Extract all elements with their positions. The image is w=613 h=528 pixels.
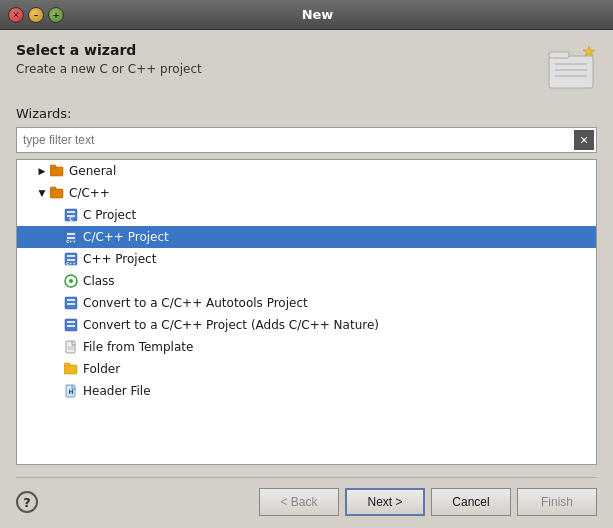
tree-list[interactable]: General C/C++ C C Project — [16, 159, 597, 465]
svg-rect-26 — [67, 303, 75, 305]
list-item[interactable]: General — [17, 160, 596, 182]
svg-rect-25 — [67, 299, 75, 301]
list-item[interactable]: C++ C++ Project — [17, 248, 596, 270]
item-label: C/C++ — [69, 186, 110, 200]
list-item[interactable]: C++ C/C++ Project — [17, 226, 596, 248]
svg-rect-33 — [64, 365, 77, 374]
close-button[interactable]: ✕ — [8, 7, 24, 23]
list-item[interactable]: C C Project — [17, 204, 596, 226]
item-label: Convert to a C/C++ Autotools Project — [83, 296, 308, 310]
item-label: Class — [83, 274, 115, 288]
svg-rect-19 — [67, 255, 75, 257]
header-section: Select a wizard Create a new C or C++ pr… — [16, 42, 597, 94]
svg-point-23 — [69, 279, 73, 283]
arrow-icon — [35, 186, 49, 200]
filter-input[interactable] — [17, 131, 572, 149]
item-label: Header File — [83, 384, 151, 398]
arrow-icon — [35, 164, 49, 178]
svg-rect-34 — [64, 363, 70, 366]
svg-rect-6 — [50, 167, 63, 176]
folder-icon — [63, 361, 79, 377]
wizards-label: Wizards: — [16, 106, 597, 121]
maximize-button[interactable]: + — [48, 7, 64, 23]
svg-rect-7 — [50, 165, 56, 168]
file-icon — [63, 339, 79, 355]
list-item[interactable]: C/C++ — [17, 182, 596, 204]
svg-rect-11 — [67, 211, 75, 213]
list-item[interactable]: Folder — [17, 358, 596, 380]
buttons-row: < Back Next > Cancel Finish — [259, 488, 597, 516]
list-item[interactable]: Class — [17, 270, 596, 292]
svg-text:C++: C++ — [66, 239, 76, 244]
separator — [16, 477, 597, 478]
list-item[interactable]: H Header File — [17, 380, 596, 402]
svg-rect-8 — [50, 189, 63, 198]
svg-text:C++: C++ — [66, 261, 76, 266]
filter-clear-button[interactable]: ✕ — [574, 130, 594, 150]
header-text: Select a wizard Create a new C or C++ pr… — [16, 42, 202, 76]
dialog-heading: Select a wizard — [16, 42, 202, 58]
svg-text:C: C — [69, 216, 73, 222]
class-icon — [63, 273, 79, 289]
svg-rect-28 — [67, 321, 75, 323]
list-item[interactable]: Convert to a C/C++ Project (Adds C/C++ N… — [17, 314, 596, 336]
minimize-button[interactable]: – — [28, 7, 44, 23]
svg-rect-9 — [50, 187, 56, 190]
project-icon: C++ — [63, 229, 79, 245]
window-controls: ✕ – + — [8, 7, 64, 23]
svg-text:H: H — [68, 388, 73, 395]
header-icon: H — [63, 383, 79, 399]
project-icon: C++ — [63, 251, 79, 267]
filter-row[interactable]: ✕ — [16, 127, 597, 153]
folder-icon — [49, 185, 65, 201]
finish-button[interactable]: Finish — [517, 488, 597, 516]
item-label: C/C++ Project — [83, 230, 169, 244]
item-label: Folder — [83, 362, 120, 376]
list-item[interactable]: File from Template — [17, 336, 596, 358]
window-title: New — [70, 7, 565, 22]
item-label: Convert to a C/C++ Project (Adds C/C++ N… — [83, 318, 379, 332]
project-icon: C — [63, 207, 79, 223]
back-button[interactable]: < Back — [259, 488, 339, 516]
svg-rect-15 — [67, 233, 75, 235]
item-label: C++ Project — [83, 252, 156, 266]
item-label: File from Template — [83, 340, 193, 354]
cancel-button[interactable]: Cancel — [431, 488, 511, 516]
dialog-body: Select a wizard Create a new C or C++ pr… — [0, 30, 613, 528]
list-item[interactable]: Convert to a C/C++ Autotools Project — [17, 292, 596, 314]
svg-rect-29 — [67, 325, 75, 327]
folder-icon — [49, 163, 65, 179]
dialog-subtext: Create a new C or C++ project — [16, 62, 202, 76]
project-icon — [63, 295, 79, 311]
next-button[interactable]: Next > — [345, 488, 425, 516]
project-icon — [63, 317, 79, 333]
help-button[interactable]: ? — [16, 491, 38, 513]
bottom-row: ? < Back Next > Cancel Finish — [16, 488, 597, 516]
svg-marker-5 — [583, 46, 595, 56]
item-label: General — [69, 164, 116, 178]
item-label: C Project — [83, 208, 136, 222]
svg-rect-0 — [549, 56, 593, 88]
wizard-icon — [545, 42, 597, 94]
svg-rect-1 — [549, 52, 569, 58]
title-bar: ✕ – + New — [0, 0, 613, 30]
